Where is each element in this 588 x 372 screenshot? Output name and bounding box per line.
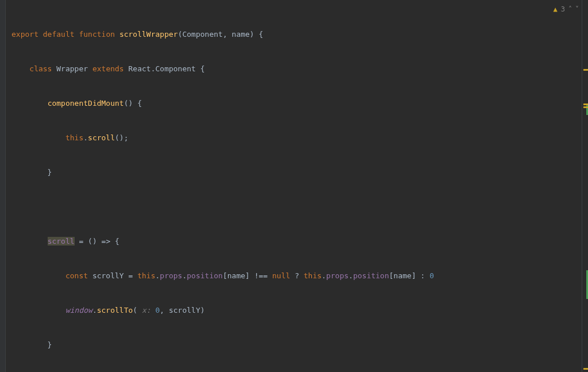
- scroll-mark[interactable]: [583, 69, 588, 71]
- code-editor[interactable]: export default function scrollWrapper(Co…: [0, 0, 588, 372]
- code-line[interactable]: componentDidMount() {: [9, 98, 588, 109]
- code-line[interactable]: }: [9, 339, 588, 351]
- warning-icon: ▲: [554, 3, 558, 15]
- inspection-status[interactable]: ▲ 3 ˄ ˅: [554, 3, 579, 15]
- code-line[interactable]: export default function scrollWrapper(Co…: [9, 29, 588, 40]
- code-line[interactable]: [9, 201, 588, 213]
- code-line[interactable]: }: [9, 167, 588, 178]
- code-line[interactable]: class Wrapper extends React.Component {: [9, 63, 588, 75]
- code-content[interactable]: export default function scrollWrapper(Co…: [9, 6, 588, 372]
- scroll-mark[interactable]: [583, 368, 588, 370]
- scroll-mark[interactable]: [583, 106, 588, 108]
- code-line[interactable]: scroll = () => {: [9, 236, 588, 247]
- code-line[interactable]: window.scrollTo( x: 0, scrollY): [9, 305, 588, 316]
- next-highlight-icon[interactable]: ˅: [575, 3, 579, 15]
- prev-highlight-icon[interactable]: ˄: [568, 3, 572, 15]
- warning-count: 3: [561, 3, 565, 15]
- code-line[interactable]: this.scroll();: [9, 132, 588, 144]
- code-line[interactable]: const scrollY = this.props.position[name…: [9, 270, 588, 282]
- scroll-mark[interactable]: [583, 103, 588, 105]
- scroll-marker-bar[interactable]: [582, 0, 588, 372]
